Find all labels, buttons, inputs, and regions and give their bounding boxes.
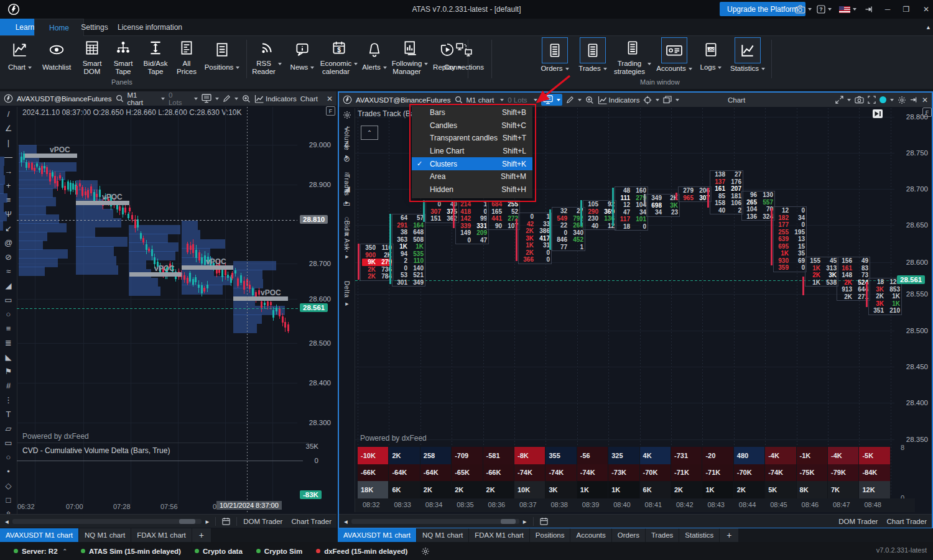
menu-tab-license-information[interactable]: License information [107,19,193,35]
menu-item-hidden[interactable]: HiddenShift+H [412,183,532,196]
chart-scrollbar[interactable] [12,519,202,524]
anchor-icon[interactable]: @ [1,236,17,250]
ribbon-button-chart[interactable]: Chart [4,37,36,76]
menu-item-clusters[interactable]: ✓ClustersShift+K [412,157,532,170]
chart-type-button[interactable] [202,94,219,103]
calendar-icon[interactable] [222,517,230,525]
chart-scrollbar[interactable] [351,519,519,524]
sidebar-tab-bidxask[interactable]: Bid x Ask ▸ [343,221,351,260]
ribbon-button-smart-dom[interactable]: Smart DOM [77,37,107,76]
go-to-realtime-button[interactable] [873,109,883,118]
ribbon-button-news[interactable]: News [286,37,318,76]
ruler-icon[interactable]: # [1,379,17,393]
close-panel-icon[interactable]: ✕ [922,96,928,104]
waves-icon[interactable]: ≈ [1,264,17,278]
workspace-tab-accounts[interactable]: Accounts [570,528,611,542]
collapse-panel-button[interactable]: ⌃ [361,126,378,140]
ribbon-button-economic-calendar[interactable]: $Economic calendar [320,37,358,76]
ribbon-button-logs[interactable]: LOGLogs [695,37,726,76]
status-item-0[interactable]: Server: R2⌃ [14,548,67,555]
help-button[interactable]: ? [817,0,832,19]
layout-button[interactable] [663,96,679,104]
ribbon-button-trades[interactable]: Trades [575,37,611,76]
screenshot-button[interactable] [795,0,812,19]
status-item-3[interactable]: Crypto Sim [256,548,302,555]
search-icon[interactable] [455,96,463,104]
rect2-icon[interactable]: ▭ [1,436,17,450]
timeframe-selector[interactable]: M1 chart [128,91,155,106]
timeframe-selector[interactable]: M1 chart [466,96,494,104]
trendline-icon[interactable]: / [1,107,17,121]
status-item-1[interactable]: ATAS Sim (15-min delayed) [81,548,181,555]
close-panel-icon[interactable]: ✕ [327,94,333,103]
ribbon-button-accounts[interactable]: Accounts [654,37,694,76]
resize-diagonal-icon[interactable] [835,96,851,104]
sidebar-tab-delta[interactable]: Delta ▸ [343,281,351,308]
ribbon-button-rss-reader[interactable]: RSS Reader [249,37,285,76]
angle-icon[interactable]: ∠ [1,121,17,135]
circle-icon[interactable]: ○ [1,307,17,321]
workspace-tab-statistics[interactable]: Statistics [679,528,719,542]
ellipse-tool-icon[interactable]: ⊘ [1,250,17,264]
scroll-left-icon[interactable]: ◂ [344,517,348,526]
dots-icon[interactable]: ⋮ [1,393,17,407]
ribbon-button-smart-tape[interactable]: Smart Tape [108,37,138,76]
pin-window-button[interactable] [865,0,874,19]
zoom-button[interactable] [585,96,594,104]
workspace-tab-orders[interactable]: Orders [612,528,645,542]
ribbon-button-bid-ask-tape[interactable]: Bid/Ask Tape [139,37,172,76]
text-icon[interactable]: T [1,407,17,421]
lots-selector[interactable]: 0 Lots [169,91,188,106]
pin-icon[interactable] [910,96,918,104]
zoom-button[interactable] [242,94,251,103]
ribbon-button-orders[interactable]: Orders [536,37,573,76]
menu-item-candles[interactable]: CandlesShift+C [412,119,532,132]
collapse-ribbon-button[interactable]: ▲ [917,19,933,35]
language-selector[interactable] [839,0,856,19]
settings-gear-icon[interactable] [898,96,906,104]
polygon-icon[interactable]: ▱ [1,421,17,436]
minimize-button[interactable]: ─ [882,0,893,19]
restore-button[interactable]: ❐ [901,0,912,19]
search-icon[interactable] [116,94,124,103]
workspace-tab-nq-m1-chart[interactable]: NQ M1 chart [79,528,131,542]
add-tab-button[interactable]: + [192,528,211,542]
ribbon-button-watchlist[interactable]: Watchlist [37,37,76,76]
scroll-left-icon[interactable]: ◂ [5,517,9,526]
menu-item-area[interactable]: AreaShift+M [412,170,532,183]
calendar-icon[interactable] [540,517,548,525]
workspace-tab-avaxusdt-m1-chart[interactable]: AVAXUSDT M1 chart [338,528,416,542]
workspace-tab-positions[interactable]: Positions [530,528,570,542]
workspace-tab-fdax-m1-chart[interactable]: FDAX M1 chart [469,528,529,542]
dom-trader-button[interactable]: DOM Trader [838,518,878,525]
chart-trader-button[interactable]: Chart Trader [291,518,332,525]
sidebar-tab-volume[interactable]: Volume ▸ [343,127,351,160]
drawing-tools-button[interactable] [566,96,582,104]
menu-item-bars[interactable]: BarsShift+B [412,106,532,119]
theme-color-button[interactable] [880,96,894,103]
workspace-tab-avaxusdt-m1-chart[interactable]: AVAXUSDT M1 chart [0,528,78,542]
connections-settings-icon[interactable] [421,547,430,556]
indicators-button[interactable]: Indicators [598,96,640,104]
drawing-tools-button[interactable] [223,94,238,103]
rectangle-icon[interactable]: ▭ [1,293,17,307]
workspace-tab-trades[interactable]: Trades [646,528,679,542]
scroll-right-icon[interactable]: ▸ [523,517,527,526]
ribbon-button-statistics[interactable]: Statistics [728,37,768,76]
menu-item-transparent-candles[interactable]: Transparent candlesShift+T [412,132,532,145]
scroll-right-icon[interactable]: ▸ [205,517,209,526]
screenshot-icon[interactable] [855,96,864,104]
profile2-icon[interactable]: ≣ [1,336,17,350]
status-item-4[interactable]: dxFeed (15-min delayed) [316,548,407,555]
vertical-line-icon[interactable]: | [1,135,17,150]
upgrade-platform-button[interactable]: Upgrade the Platform [720,2,805,16]
ribbon-button-connections[interactable]: Connections [440,37,488,76]
crosshair-mode-button[interactable] [643,96,659,104]
ribbon-button-positions[interactable]: Positions [202,37,243,76]
dom-trader-button[interactable]: DOM Trader [243,518,282,525]
ribbon-button-alerts[interactable]: Alerts [360,37,389,76]
wedge-icon[interactable]: ◣ [1,350,17,364]
flag-icon[interactable]: ⚑ [1,364,17,379]
add-tab-button[interactable]: + [720,528,738,542]
fullscreen-icon[interactable] [868,96,876,104]
